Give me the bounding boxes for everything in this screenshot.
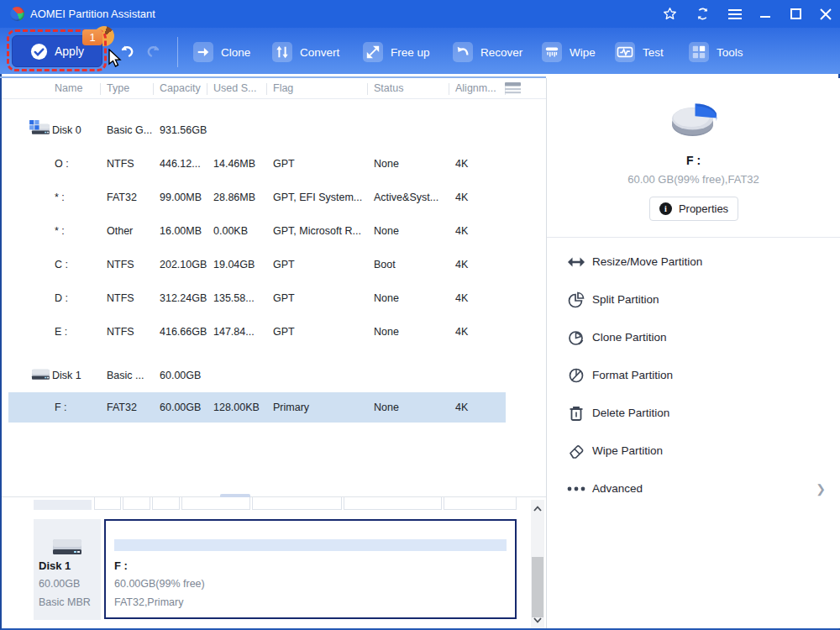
cell-used: 14.46MB <box>213 158 255 170</box>
action-label: Wipe Partition <box>592 444 663 457</box>
disk-row-disk1[interactable]: Disk 1Basic ...60.00GB <box>8 359 546 392</box>
column-separator <box>266 83 267 95</box>
column-header-status[interactable]: Status <box>374 82 403 94</box>
partition-detail: FAT32,Primary <box>114 596 183 608</box>
cell-name: E : <box>55 326 67 338</box>
vertical-scrollbar[interactable] <box>531 500 544 628</box>
test-button[interactable]: Test <box>615 40 664 64</box>
clone-partition-icon <box>567 329 585 346</box>
cell-name: O : <box>55 158 69 170</box>
partition-row-e[interactable]: E :NTFS416.66GB147.84...GPTNone4K <box>8 315 546 349</box>
action-wipe-partition[interactable]: Wipe Partition <box>547 432 840 470</box>
column-header-type[interactable]: Type <box>107 82 129 94</box>
cell-capacity: 99.00MB <box>160 192 202 203</box>
column-settings-icon[interactable] <box>505 82 521 97</box>
scrollbar-thumb[interactable] <box>532 557 543 617</box>
tools-icon <box>689 42 709 62</box>
partition-row-f[interactable]: F :FAT3260.00GB128.00KBPrimaryNone4K <box>8 392 506 423</box>
properties-button[interactable]: i Properties <box>649 197 738 221</box>
disk0-partition-segment <box>94 497 121 510</box>
cell-used: 19.04GB <box>213 259 255 270</box>
partition-row-o[interactable]: O :NTFS446.12...14.46MBGPTNone4K <box>8 147 546 181</box>
action-resize-move-partition[interactable]: Resize/Move Partition <box>547 243 840 281</box>
disk-capacity: 60.00GB <box>39 578 80 590</box>
column-separator <box>100 83 101 95</box>
refresh-icon[interactable] <box>696 7 710 21</box>
convert-button[interactable]: Convert <box>272 40 339 64</box>
clone-button[interactable]: Clone <box>193 40 250 64</box>
partition-block-f[interactable]: F : 60.00GB(99% free) FAT32,Primary <box>104 519 517 619</box>
action-advanced[interactable]: Advanced❯ <box>547 470 840 507</box>
close-icon[interactable] <box>820 8 832 20</box>
column-header-useds[interactable]: Used S... <box>213 82 256 94</box>
cell-used: 28.86MB <box>213 192 255 203</box>
partition-row-d[interactable]: D :NTFS312.24GB135.58...GPTNone4K <box>8 281 546 315</box>
star-icon[interactable] <box>663 7 677 21</box>
cell-flag: GPT <box>273 326 295 338</box>
partition-row-[interactable]: * :Other16.00MB0.00KBGPT, Microsoft R...… <box>8 214 546 248</box>
cell-used: 147.84... <box>213 326 255 338</box>
free-up-button[interactable]: Free up <box>363 40 430 64</box>
partition-table: NameTypeCapacityUsed S...FlagStatusAlign… <box>2 78 546 494</box>
cell-type: NTFS <box>107 292 134 304</box>
action-split-partition[interactable]: Split Partition <box>547 281 840 318</box>
disk-row-disk0[interactable]: Disk 0Basic G...931.56GB <box>8 113 546 147</box>
partition-row-c[interactable]: C :NTFS202.10GB19.04GBGPTBoot4K <box>8 248 546 281</box>
test-icon <box>615 42 635 62</box>
cell-flag: GPT, Microsoft R... <box>273 225 361 237</box>
cell-capacity: 202.10GB <box>160 259 207 270</box>
app-window: AOMEI Partition Assistant <box>0 0 840 630</box>
column-header-alignm[interactable]: Alignm... <box>455 82 496 94</box>
cell-status: None <box>374 292 399 304</box>
cell-capacity: 312.24GB <box>160 292 207 304</box>
disk1-card[interactable]: Disk 1 60.00GB Basic MBR <box>34 519 101 620</box>
wipe-icon <box>542 42 562 62</box>
action-clone-partition[interactable]: Clone Partition <box>547 318 840 356</box>
cell-capacity: 60.00GB <box>160 402 201 413</box>
partition-row-[interactable]: * :FAT3299.00MB28.86MBGPT, EFI System...… <box>8 181 546 214</box>
cell-status: None <box>374 225 399 237</box>
cell-status: None <box>374 158 399 170</box>
cell-type: Basic G... <box>107 124 152 136</box>
cell-flag: GPT <box>273 292 295 304</box>
column-header-name[interactable]: Name <box>55 82 82 94</box>
disk0-partition-segment <box>344 497 442 510</box>
toolbar-button-label: Convert <box>300 46 339 59</box>
maximize-icon[interactable] <box>790 8 801 19</box>
action-delete-partition[interactable]: Delete Partition <box>547 394 840 432</box>
selected-partition-name: F : <box>547 154 840 167</box>
partition-name: F : <box>114 559 128 572</box>
scroll-down-icon[interactable] <box>531 613 544 627</box>
cell-flag: Primary <box>273 402 309 413</box>
column-header-capacity[interactable]: Capacity <box>160 82 201 94</box>
toolbar-button-label: Recover <box>480 46 522 59</box>
titlebar: AOMEI Partition Assistant <box>0 0 840 28</box>
chevron-right-icon: ❯ <box>816 482 826 496</box>
disk-style: Basic MBR <box>39 596 91 608</box>
minimize-icon[interactable] <box>760 8 772 20</box>
advanced-icon <box>567 486 585 491</box>
cell-flag: GPT, EFI System... <box>273 192 362 203</box>
convert-icon <box>272 42 292 62</box>
cell-alignment: 4K <box>455 259 468 270</box>
menu-icon[interactable] <box>728 8 742 20</box>
usage-pie-chart <box>663 97 725 150</box>
action-label: Clone Partition <box>592 331 667 344</box>
recover-button[interactable]: Recover <box>453 40 522 64</box>
cell-status: None <box>374 326 399 338</box>
mouse-cursor <box>108 49 123 72</box>
tools-button[interactable]: Tools <box>689 40 743 64</box>
action-format-partition[interactable]: Format Partition <box>547 356 840 394</box>
scroll-up-icon[interactable] <box>531 501 544 515</box>
right-action-panel: F : 60.00 GB(99% free),FAT32 i Propertie… <box>546 78 840 628</box>
column-header-flag[interactable]: Flag <box>273 82 293 94</box>
toolbar-button-label: Tools <box>717 46 743 59</box>
toolbar-button-label: Free up <box>391 46 430 59</box>
cell-capacity: 416.66GB <box>160 326 207 338</box>
cell-used: 135.58... <box>213 292 255 304</box>
wipe-button[interactable]: Wipe <box>542 40 596 64</box>
recover-icon <box>453 42 473 62</box>
action-label: Resize/Move Partition <box>592 255 702 268</box>
table-header[interactable]: NameTypeCapacityUsed S...FlagStatusAlign… <box>2 78 546 99</box>
selected-partition-summary: 60.00 GB(99% free),FAT32 <box>547 173 840 186</box>
